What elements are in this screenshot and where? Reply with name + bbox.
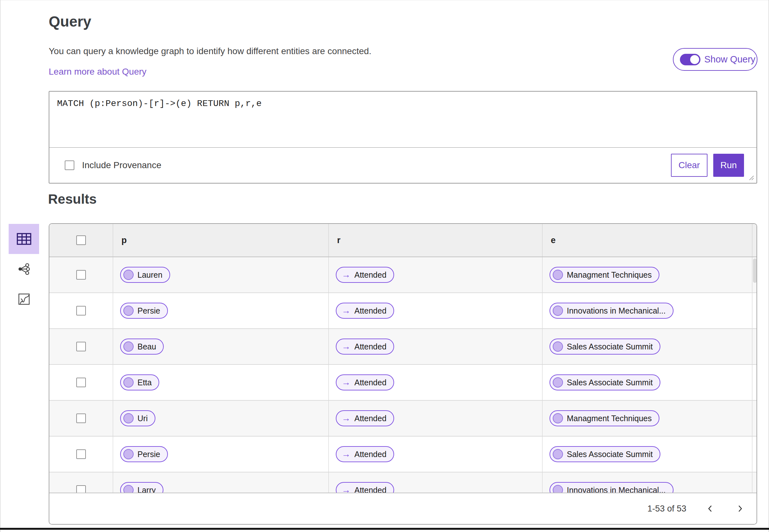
table-row: Uri → Attended Managment Techniques xyxy=(49,401,757,437)
person-pill[interactable]: Beau xyxy=(120,339,164,355)
show-query-toggle[interactable]: Show Query xyxy=(673,48,757,71)
relation-pill-label: Attended xyxy=(354,378,394,387)
entity-pill-label: Sales Associate Summit xyxy=(567,378,660,387)
node-circle-icon xyxy=(553,485,563,493)
relation-pill-label: Attended xyxy=(354,414,394,423)
entity-pill-label: Managment Techniques xyxy=(567,414,659,423)
learn-more-link[interactable]: Learn more about Query xyxy=(49,67,146,77)
arrow-right-icon: → xyxy=(341,413,350,423)
node-circle-icon xyxy=(123,413,134,423)
table-row: Larry → Attended Innovations in Mechanic… xyxy=(49,472,757,493)
next-page-button[interactable] xyxy=(733,502,746,515)
node-circle-icon xyxy=(553,270,563,280)
graph-icon xyxy=(18,263,30,275)
person-pill-label: Persie xyxy=(137,306,167,315)
arrow-right-icon: → xyxy=(341,270,350,280)
prev-page-button[interactable] xyxy=(704,502,717,515)
relation-pill[interactable]: → Attended xyxy=(336,446,394,462)
entity-pill-label: Innovations in Mechanical... xyxy=(567,306,673,315)
person-pill-label: Etta xyxy=(137,378,159,387)
entity-pill[interactable]: Managment Techniques xyxy=(550,267,659,283)
node-circle-icon xyxy=(553,413,563,423)
node-circle-icon xyxy=(123,341,134,352)
person-pill[interactable]: Uri xyxy=(120,410,155,426)
row-checkbox[interactable] xyxy=(76,485,86,493)
table-row: Persie → Attended Sales Associate Summit xyxy=(49,437,757,472)
bottom-bar xyxy=(0,528,769,530)
row-checkbox[interactable] xyxy=(76,378,86,387)
entity-pill[interactable]: Sales Associate Summit xyxy=(550,339,660,355)
run-button[interactable]: Run xyxy=(713,154,744,177)
node-circle-icon xyxy=(123,377,134,388)
map-icon xyxy=(18,293,30,306)
person-pill[interactable]: Persie xyxy=(120,303,168,319)
person-pill[interactable]: Etta xyxy=(120,374,159,390)
scrollbar-gutter xyxy=(752,224,757,257)
column-header-e[interactable]: e xyxy=(542,224,752,257)
relation-pill[interactable]: → Attended xyxy=(336,374,394,390)
query-card: MATCH (p:Person)-[r]->(e) RETURN p,r,e I… xyxy=(49,91,757,184)
column-header-p[interactable]: p xyxy=(113,224,328,257)
relation-pill[interactable]: → Attended xyxy=(336,482,394,493)
node-circle-icon xyxy=(123,485,134,493)
table-scrollbar-thumb[interactable] xyxy=(753,258,757,283)
chevron-left-icon xyxy=(706,504,715,513)
relation-pill-label: Attended xyxy=(354,450,394,459)
person-pill[interactable]: Larry xyxy=(120,482,163,493)
clear-button[interactable]: Clear xyxy=(671,154,708,177)
row-checkbox[interactable] xyxy=(76,342,86,351)
entity-pill[interactable]: Innovations in Mechanical... xyxy=(550,482,674,493)
row-checkbox[interactable] xyxy=(76,270,86,280)
entity-pill[interactable]: Sales Associate Summit xyxy=(550,446,660,462)
node-circle-icon xyxy=(123,449,134,459)
view-table-button[interactable] xyxy=(9,224,39,254)
row-checkbox[interactable] xyxy=(76,306,86,315)
node-circle-icon xyxy=(553,306,563,316)
node-circle-icon xyxy=(553,341,563,352)
arrow-right-icon: → xyxy=(341,449,350,459)
results-table: p r e Lauren → Attended Managment Techni… xyxy=(49,223,757,525)
view-graph-button[interactable] xyxy=(9,254,39,284)
entity-pill-label: Sales Associate Summit xyxy=(567,342,660,351)
arrow-right-icon: → xyxy=(341,341,350,352)
person-pill-label: Beau xyxy=(137,342,163,351)
person-pill-label: Lauren xyxy=(137,270,169,280)
person-pill-label: Larry xyxy=(137,486,163,493)
table-row: Beau → Attended Sales Associate Summit xyxy=(49,329,757,365)
node-circle-icon xyxy=(553,449,563,459)
relation-pill-label: Attended xyxy=(354,486,394,493)
query-description: You can query a knowledge graph to ident… xyxy=(49,46,371,56)
entity-pill[interactable]: Innovations in Mechanical... xyxy=(550,303,674,319)
arrow-right-icon: → xyxy=(341,306,350,316)
resize-handle-icon[interactable] xyxy=(748,175,755,181)
page-root: Query You can query a knowledge graph to… xyxy=(0,0,769,532)
column-header-r[interactable]: r xyxy=(328,224,542,257)
pagination-range: 1-53 of 53 xyxy=(647,504,686,514)
entity-pill[interactable]: Managment Techniques xyxy=(550,410,659,426)
relation-pill[interactable]: → Attended xyxy=(336,339,394,355)
results-title: Results xyxy=(48,192,97,207)
view-map-button[interactable] xyxy=(9,284,39,314)
relation-pill[interactable]: → Attended xyxy=(336,410,394,426)
entity-pill-label: Sales Associate Summit xyxy=(567,450,660,459)
include-provenance-label: Include Provenance xyxy=(82,160,161,170)
table-body: Lauren → Attended Managment Techniques P… xyxy=(49,257,757,493)
person-pill[interactable]: Persie xyxy=(120,446,168,462)
chevron-right-icon xyxy=(735,504,745,513)
relation-pill[interactable]: → Attended xyxy=(336,303,394,319)
arrow-right-icon: → xyxy=(341,377,350,388)
row-checkbox[interactable] xyxy=(76,413,86,423)
person-pill[interactable]: Lauren xyxy=(120,267,170,283)
select-all-checkbox[interactable] xyxy=(76,235,86,245)
row-checkbox[interactable] xyxy=(76,449,86,459)
person-pill-label: Persie xyxy=(137,450,167,459)
toggle-knob xyxy=(690,55,699,64)
table-icon xyxy=(16,231,32,247)
node-circle-icon xyxy=(553,377,563,388)
view-switcher xyxy=(9,224,39,314)
toggle-switch-icon[interactable] xyxy=(680,54,700,65)
relation-pill[interactable]: → Attended xyxy=(336,267,394,283)
query-editor[interactable]: MATCH (p:Person)-[r]->(e) RETURN p,r,e xyxy=(49,92,757,148)
entity-pill[interactable]: Sales Associate Summit xyxy=(550,374,660,390)
include-provenance-checkbox[interactable] xyxy=(65,160,74,170)
